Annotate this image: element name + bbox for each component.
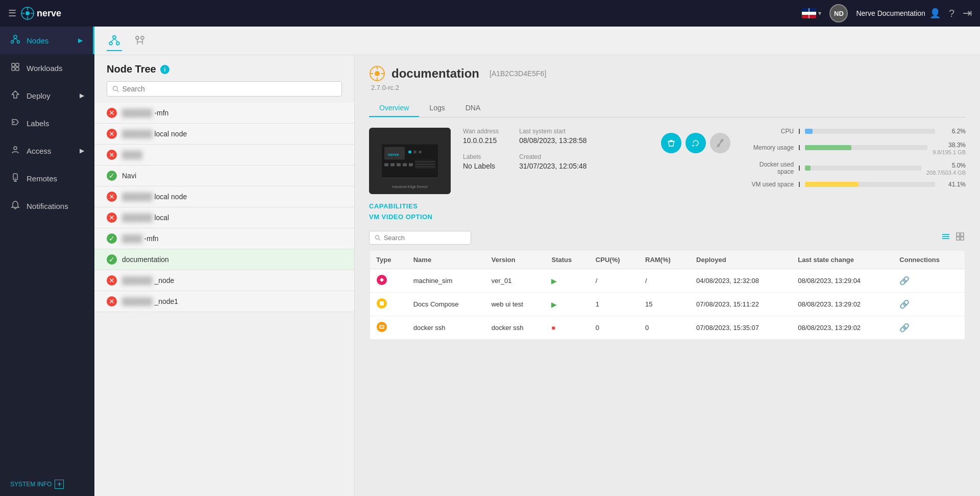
user-avatar: ND xyxy=(829,4,848,22)
list-item[interactable]: ✕ ████ xyxy=(94,145,354,166)
grid-view-button[interactable] xyxy=(954,231,966,245)
delete-button[interactable] xyxy=(661,133,681,153)
restart-button[interactable] xyxy=(685,133,706,153)
info-col-left: Wan address 10.0.0.215 Labels No Labels xyxy=(463,128,499,194)
connection-link-icon[interactable]: 🔗 xyxy=(899,323,910,332)
logout-icon[interactable]: ⇥ xyxy=(963,7,972,20)
user-profile-icon[interactable]: 👤 xyxy=(929,8,941,19)
sidebar-item-access[interactable]: Access ▶ xyxy=(0,137,94,164)
hamburger-icon[interactable]: ☰ xyxy=(8,8,16,19)
vm-video-link[interactable]: VM VIDEO OPTION xyxy=(369,213,966,221)
sidebar-item-workloads[interactable]: Workloads xyxy=(0,54,94,82)
row3-type xyxy=(370,316,407,340)
tab-log[interactable] xyxy=(132,31,148,51)
col-type: Type xyxy=(370,250,407,269)
sidebar-item-remotes[interactable]: Remotes xyxy=(0,164,94,192)
list-item[interactable]: ✕ ██████ -mfn xyxy=(94,103,354,124)
svg-line-26 xyxy=(114,39,118,42)
svg-point-24 xyxy=(116,42,119,45)
node-tree-title: Node Tree i xyxy=(107,63,342,75)
row1-ram: / xyxy=(639,269,690,293)
list-view-button[interactable] xyxy=(940,231,951,245)
trash-icon xyxy=(667,139,675,147)
svg-line-11 xyxy=(15,38,18,41)
list-item[interactable]: ✓ Navi xyxy=(94,166,354,186)
node-tree-tab-icon xyxy=(109,35,120,46)
node-tree-header: Node Tree i xyxy=(94,55,354,101)
workload-type-icon xyxy=(376,298,387,309)
language-selector[interactable]: ▾ xyxy=(802,8,821,18)
tab-dna[interactable]: DNA xyxy=(455,100,491,117)
help-icon[interactable]: ? xyxy=(949,8,954,19)
deploy-icon xyxy=(10,90,20,101)
sidebar-item-remotes-label: Remotes xyxy=(27,174,57,183)
status-red-icon: ✕ xyxy=(107,129,117,139)
table-search-input[interactable] xyxy=(384,234,465,242)
sidebar-item-labels[interactable]: Labels xyxy=(0,109,94,137)
row2-connections[interactable]: 🔗 xyxy=(893,293,965,316)
list-item[interactable]: ✕ ██████ local xyxy=(94,207,354,228)
tab-logs[interactable]: Logs xyxy=(419,100,455,117)
wan-address-value: 10.0.0.215 xyxy=(463,136,497,145)
created-label: Created xyxy=(519,153,586,160)
row3-connections[interactable]: 🔗 xyxy=(893,316,965,340)
status-red-icon: ✕ xyxy=(107,296,117,306)
table-row: docker ssh docker ssh ■ 0 0 07/08/2023, … xyxy=(370,316,965,340)
list-item[interactable]: ✕ ██████ local node xyxy=(94,186,354,207)
col-last-change: Last state change xyxy=(792,250,893,269)
connection-link-icon[interactable]: 🔗 xyxy=(899,276,910,285)
overview-content: nerve xyxy=(369,128,966,194)
table-search-box[interactable] xyxy=(369,231,471,245)
device-svg: nerve xyxy=(374,130,446,192)
svg-point-46 xyxy=(419,151,422,154)
grid-view-icon xyxy=(955,232,965,241)
row2-type xyxy=(370,293,407,316)
memory-stat-row: Memory usage 38.3% 9.8/195.1 GB xyxy=(743,140,966,155)
docker-sub: 208.7/503.4 GB xyxy=(926,170,966,176)
row1-connections[interactable]: 🔗 xyxy=(893,269,965,293)
stat-separator xyxy=(799,166,800,171)
detail-tabs: Overview Logs DNA xyxy=(369,100,966,117)
labels-value: No Labels xyxy=(463,162,495,170)
table-toolbar xyxy=(369,231,966,245)
sidebar-item-nodes[interactable]: Nodes ▶ xyxy=(0,27,94,54)
list-item[interactable]: ✕ ██████ _node xyxy=(94,270,354,291)
svg-line-10 xyxy=(12,38,15,41)
add-icon: + xyxy=(55,480,64,489)
sidebar-item-notifications[interactable]: Notifications xyxy=(0,192,94,220)
last-system-start-group: Last system start 08/08/2023, 13:28:58 xyxy=(519,128,586,145)
search-icon xyxy=(112,85,119,92)
svg-rect-47 xyxy=(384,163,388,167)
col-status: Status xyxy=(545,250,589,269)
node-search-input[interactable] xyxy=(122,85,336,93)
node-search-box[interactable] xyxy=(107,81,342,97)
nodes-icon xyxy=(10,35,20,46)
svg-point-28 xyxy=(141,36,144,39)
list-item[interactable]: ✕ ██████ _node1 xyxy=(94,291,354,312)
status-red-icon: ✕ xyxy=(107,150,117,160)
capabilities-link[interactable]: CAPABILITIES xyxy=(369,202,966,210)
list-item[interactable]: ✓ ████ -mfn xyxy=(94,228,354,249)
sidebar: Nodes ▶ Workloads Deploy ▶ Labels xyxy=(0,27,94,496)
svg-text:nerve: nerve xyxy=(388,152,399,157)
sidebar-item-workloads-label: Workloads xyxy=(27,64,63,73)
row1-cpu: / xyxy=(590,269,639,293)
system-info-button[interactable]: SYSTEM INFO + xyxy=(0,473,94,496)
disabled-button[interactable] xyxy=(710,133,730,153)
status-red-icon: ✕ xyxy=(107,108,117,118)
info-icon[interactable]: i xyxy=(160,65,169,74)
connection-link-icon[interactable]: 🔗 xyxy=(899,300,910,309)
svg-point-35 xyxy=(375,71,380,76)
row3-ram: 0 xyxy=(639,316,690,340)
tab-node-tree[interactable] xyxy=(107,31,122,51)
row3-cpu: 0 xyxy=(590,316,639,340)
col-version: Version xyxy=(485,250,546,269)
tab-overview[interactable]: Overview xyxy=(369,100,419,117)
list-view-icon xyxy=(941,232,950,241)
list-item[interactable]: ✕ ██████ local node xyxy=(94,124,354,145)
list-item-documentation[interactable]: ✓ documentation xyxy=(94,249,354,270)
svg-line-25 xyxy=(111,39,114,42)
svg-line-33 xyxy=(117,90,118,91)
docker-value: 5.0% xyxy=(952,162,966,169)
sidebar-item-deploy[interactable]: Deploy ▶ xyxy=(0,82,94,109)
